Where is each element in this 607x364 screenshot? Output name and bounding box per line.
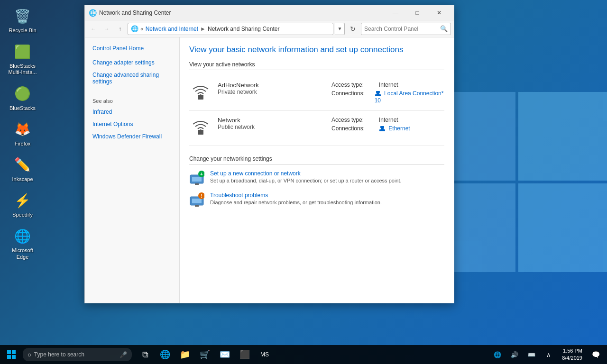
taskbar-task-view[interactable]: ⧉ — [136, 345, 155, 364]
adhoc-conn-link[interactable]: Local Area Connection* 10 — [375, 90, 444, 104]
adhoc-network-icon — [189, 82, 212, 105]
svg-point-1 — [200, 94, 202, 96]
window-title: Network and Sharing Center — [99, 9, 385, 16]
adhoc-access-value: Internet — [379, 82, 398, 88]
taskbar-edge[interactable]: 🌐 — [156, 345, 175, 364]
taskbar-keyboard-icon[interactable]: ⌨️ — [524, 345, 539, 364]
svg-rect-22 — [7, 355, 11, 359]
svg-rect-23 — [12, 355, 16, 359]
network-details: Access type: Internet Connections: — [322, 117, 444, 132]
network-type: Public network — [218, 124, 255, 130]
desktop-icon-recycle-bin[interactable]: 🗑️ Recycle Bin — [5, 5, 40, 36]
desktop-icon-firefox[interactable]: 🦊 Firefox — [5, 118, 40, 149]
svg-text:+: + — [200, 172, 203, 177]
breadcrumb-current: Network and Sharing Center — [208, 26, 279, 32]
sidebar-infrared[interactable]: Infrared — [92, 107, 172, 117]
desktop-icon-speedify[interactable]: ⚡ Speedify — [5, 189, 40, 220]
taskbar-clock[interactable]: 1:56 PM 8/4/2019 — [558, 347, 586, 362]
address-dropdown[interactable]: ▼ — [335, 23, 345, 35]
taskbar-volume-icon[interactable]: 🔊 — [507, 345, 522, 364]
adhoc-icon-area: AdHocNetwork Private network — [189, 82, 322, 105]
sidebar-change-advanced[interactable]: Change advanced sharingsettings — [85, 70, 179, 87]
address-path[interactable]: 🌐 « Network and Internet ► Network and S… — [128, 23, 333, 35]
setup-connection-icon: + — [189, 170, 204, 185]
window-icon: 🌐 — [89, 9, 96, 17]
adhoc-type: Private network — [218, 89, 259, 95]
minimize-button[interactable]: — — [385, 5, 406, 20]
taskbar-network-icon[interactable]: 🌐 — [490, 345, 505, 364]
desktop-icon-edge[interactable]: 🌐 Microsoft Edge — [5, 225, 40, 262]
clock-date: 8/4/2019 — [562, 355, 582, 362]
bluestacks-multi-icon: 🟩 — [13, 42, 32, 61]
svg-text:!: ! — [201, 193, 202, 199]
sidebar-control-panel-home[interactable]: Control Panel Home — [85, 43, 179, 54]
desktop-icon-bluestacks-multi[interactable]: 🟩 BlueStacks Multi-Insta... — [5, 40, 40, 77]
adhoc-conn-value: Local Area Connection* 10 — [375, 90, 444, 104]
taskbar-apps: ⧉ 🌐 📁 🛒 ✉️ ⬛ MS — [136, 345, 274, 364]
desktop-icon-bluestacks[interactable]: 🟢 BlueStacks — [5, 82, 40, 113]
troubleshoot-icon: ! — [189, 192, 204, 207]
sidebar-change-adapter[interactable]: Change adapter settings — [85, 57, 179, 68]
desktop-icons: 🗑️ Recycle Bin 🟩 BlueStacks Multi-Insta.… — [5, 5, 40, 262]
breadcrumb-icon: 🌐 — [131, 25, 138, 32]
troubleshoot-link[interactable]: Troubleshoot problems — [210, 192, 382, 199]
network-name-type: Network Public network — [218, 117, 255, 130]
taskbar-show-hidden[interactable]: ∧ — [541, 345, 556, 364]
network-row: Network Public network Access type: Inte… — [189, 111, 444, 146]
taskbar-system-tray: 🌐 🔊 ⌨️ ∧ 1:56 PM 8/4/2019 🗨️ — [490, 345, 607, 364]
network-conn-label: Connections: — [331, 125, 379, 132]
taskbar-search-box[interactable]: ○ Type here to search 🎤 — [23, 348, 132, 361]
taskbar-mail[interactable]: ✉️ — [215, 345, 234, 364]
svg-rect-16 — [192, 199, 202, 203]
refresh-button[interactable]: ↻ — [347, 23, 359, 35]
setup-connection-link[interactable]: Set up a new connection or network — [210, 170, 402, 177]
maximize-button[interactable]: □ — [406, 5, 428, 20]
adhoc-name-type: AdHocNetwork Private network — [218, 82, 259, 95]
network-name: Network — [218, 117, 255, 124]
network-access-value: Internet — [379, 117, 398, 123]
network-info: Network Public network — [189, 117, 322, 140]
svg-point-6 — [200, 129, 202, 131]
search-box[interactable]: 🔍 — [361, 23, 451, 35]
speedify-label: Speedify — [12, 212, 33, 218]
back-button[interactable]: ← — [88, 23, 99, 35]
sidebar-internet-options[interactable]: Internet Options — [92, 119, 172, 129]
breadcrumb-separator: ► — [200, 26, 206, 32]
up-button[interactable]: ↑ — [114, 23, 126, 35]
taskbar-lang-app[interactable]: MS — [255, 345, 274, 364]
desktop: 🗑️ Recycle Bin 🟩 BlueStacks Multi-Insta.… — [0, 0, 607, 364]
title-bar: 🌐 Network and Sharing Center — □ ✕ — [85, 5, 454, 20]
svg-rect-9 — [380, 126, 384, 128]
taskbar-store[interactable]: 🛒 — [195, 345, 214, 364]
breadcrumb-network-internet[interactable]: Network and Internet — [146, 26, 198, 32]
sidebar-windows-firewall[interactable]: Windows Defender Firewall — [92, 131, 172, 142]
taskbar-notification[interactable]: 🗨️ — [588, 345, 603, 364]
networks-container: AdHocNetwork Private network Access type… — [189, 76, 444, 146]
troubleshoot-text: Troubleshoot problems Diagnose and repai… — [210, 192, 382, 205]
taskbar-cmd[interactable]: ⬛ — [235, 345, 254, 364]
taskbar-explorer[interactable]: 📁 — [175, 345, 194, 364]
forward-button[interactable]: → — [101, 23, 112, 35]
taskbar-mic-icon: 🎤 — [120, 351, 127, 358]
taskbar: ○ Type here to search 🎤 ⧉ 🌐 📁 🛒 ✉️ ⬛ MS … — [0, 345, 607, 364]
network-sharing-center-window: 🌐 Network and Sharing Center — □ ✕ ← → ↑… — [84, 5, 454, 303]
adhoc-conn-row: Connections: Local Area Connection* 10 — [331, 90, 444, 104]
network-icon — [189, 118, 212, 140]
setup-connection-text: Set up a new connection or network Set u… — [210, 170, 402, 183]
network-conn-row: Connections: Ethernet — [331, 125, 444, 132]
sidebar-see-also: See also Infrared Internet Options Windo… — [85, 98, 179, 142]
firefox-icon: 🦊 — [13, 120, 32, 139]
start-button[interactable] — [0, 345, 23, 364]
desktop-icon-inkscape[interactable]: ✏️ Inkscape — [5, 154, 40, 184]
search-input[interactable] — [364, 26, 440, 32]
change-settings-section: Change your networking settings + — [189, 155, 444, 207]
setup-connection-desc: Set up a broadband, dial-up, or VPN conn… — [210, 178, 402, 183]
close-button[interactable]: ✕ — [428, 5, 450, 20]
adhoc-network-info: AdHocNetwork Private network — [189, 82, 322, 105]
taskbar-search-icon: ○ — [28, 351, 31, 358]
edge-label: Microsoft Edge — [7, 247, 38, 260]
network-conn-link[interactable]: Ethernet — [388, 125, 410, 132]
window-body: Control Panel Home Change adapter settin… — [85, 37, 454, 303]
adhoc-conn-label: Connections: — [331, 90, 375, 104]
firefox-label: Firefox — [15, 141, 31, 147]
